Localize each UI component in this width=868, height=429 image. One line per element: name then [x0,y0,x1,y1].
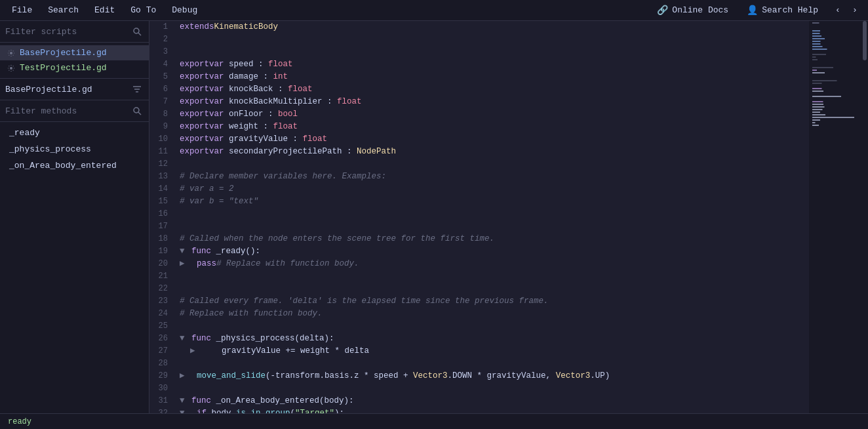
line-number-15: 15 [155,195,172,208]
code-editor[interactable]: 1234567891011121314151617181920212223242… [149,21,809,413]
code-content[interactable]: extends KinematicBody export var speed :… [177,21,809,413]
code-line-20[interactable]: ▶ pass # Replace with function body. [177,258,809,270]
code-line-29[interactable]: ▶ move_and_slide(-transform.basis.z * sp… [177,370,809,382]
minimap-bg [809,21,861,413]
filter-methods-input[interactable] [5,106,128,116]
line-number-5: 5 [155,71,172,83]
menu-edit[interactable]: Search [41,3,85,18]
code-line-9[interactable]: export var weight : float [177,121,809,133]
svg-rect-7 [812,30,820,31]
line-number-3: 3 [155,46,172,58]
line-number-12: 12 [155,158,172,171]
filter-scripts-input[interactable] [5,27,128,37]
svg-rect-13 [812,46,823,47]
svg-rect-25 [812,96,841,97]
left-sidebar: BaseProjectile.gd TestProjectile.gd Base… [0,21,149,413]
methods-sort-icon[interactable] [130,83,144,96]
code-line-16[interactable] [177,208,809,220]
svg-point-0 [134,28,139,33]
code-line-6[interactable]: export var knockBack : float [177,83,809,96]
menu-goto[interactable]: Go To [124,3,163,18]
code-line-31[interactable]: ▼func _on_Area_body_entered(body): [177,395,809,407]
svg-rect-28 [812,106,825,108]
svg-rect-27 [812,104,823,105]
code-line-8[interactable]: export var onFloor : bool [177,108,809,121]
filter-methods-search-icon[interactable] [130,104,144,117]
code-line-10[interactable]: export var gravityValue : float [177,133,809,146]
svg-line-1 [138,33,141,35]
code-line-30[interactable] [177,382,809,395]
code-line-21[interactable] [177,270,809,283]
line-number-28: 28 [155,358,172,370]
menu-debug[interactable]: Debug [165,3,204,18]
search-help-icon: 👤 [747,5,758,16]
code-line-22[interactable] [177,283,809,295]
code-line-1[interactable]: extends KinematicBody [177,21,809,33]
line-number-22: 22 [155,283,172,295]
svg-rect-20 [812,72,825,73]
line-number-29: 29 [155,370,172,382]
svg-rect-12 [812,43,821,45]
code-area: 1234567891011121314151617181920212223242… [149,21,809,413]
code-line-14[interactable]: # var a = 2 [177,183,809,195]
filter-scripts-search-icon[interactable] [130,25,144,38]
line-number-4: 4 [155,58,172,71]
code-line-15[interactable]: # var b = "text" [177,195,809,208]
svg-rect-17 [812,59,818,60]
code-line-3[interactable] [177,46,809,58]
code-line-23[interactable]: # Called every frame. 'delta' is the ela… [177,295,809,308]
scrollbar-thumb[interactable] [863,21,867,60]
vertical-scrollbar[interactable] [861,21,868,413]
menu-search[interactable]: Edit [88,3,121,18]
code-line-11[interactable]: export var secondaryProjectilePath : Nod… [177,146,809,158]
methods-title: BaseProjectile.gd [5,85,128,94]
search-help-button[interactable]: 👤 Search Help [740,2,825,18]
code-line-18[interactable]: # Called when the node enters the scene … [177,233,809,245]
line-number-24: 24 [155,308,172,320]
svg-rect-31 [812,114,825,115]
line-number-20: 20 [155,258,172,270]
script-tab-name-1: BaseProjectile.gd [20,48,107,58]
script-tab-base-projectile[interactable]: BaseProjectile.gd [0,45,149,60]
code-line-13[interactable]: # Declare member variables here. Example… [177,171,809,183]
code-line-17[interactable] [177,220,809,233]
svg-point-4 [134,108,139,113]
line-numbers: 1234567891011121314151617181920212223242… [149,21,177,413]
code-line-4[interactable]: export var speed : float [177,58,809,71]
line-number-23: 23 [155,295,172,308]
code-line-19[interactable]: ▼func _ready(): [177,245,809,258]
svg-rect-23 [812,88,822,89]
methods-header: BaseProjectile.gd [0,79,149,100]
line-number-14: 14 [155,183,172,195]
script-tab-test-projectile[interactable]: TestProjectile.gd [0,60,149,75]
line-number-10: 10 [155,133,172,146]
line-number-8: 8 [155,108,172,121]
svg-rect-33 [812,119,820,121]
code-line-27[interactable]: ▶ gravityValue += weight * delta [177,345,809,358]
nav-back-button[interactable]: ‹ [830,3,846,18]
svg-rect-10 [812,38,825,39]
method-item-on-area-body-entered[interactable]: _on_Area_body_entered [0,157,149,174]
main-content: BaseProjectile.gd TestProjectile.gd Base… [0,21,868,413]
method-item-physics-process[interactable]: _physics_process [0,141,149,157]
method-item-ready[interactable]: _ready [0,125,149,141]
svg-rect-11 [812,41,821,42]
code-line-7[interactable]: export var knockBackMultiplier : float [177,96,809,108]
code-line-28[interactable] [177,358,809,370]
code-line-26[interactable]: ▼func _physics_process(delta): [177,333,809,345]
code-line-5[interactable]: export var damage : int [177,71,809,83]
svg-rect-19 [812,70,817,71]
link-icon: 🔗 [657,5,668,16]
online-docs-button[interactable]: 🔗 Online Docs [650,2,735,18]
status-text: ready [8,417,31,426]
nav-forward-button[interactable]: › [847,3,863,18]
code-line-24[interactable]: # Replace with function body. [177,308,809,320]
svg-rect-35 [812,125,819,126]
code-line-12[interactable] [177,158,809,171]
code-line-25[interactable] [177,320,809,333]
menu-file[interactable]: File [5,3,39,18]
code-line-2[interactable] [177,33,809,46]
code-line-32[interactable]: ▼ if body.is_in_group("Target"): [177,407,809,413]
svg-rect-34 [812,122,816,123]
line-number-9: 9 [155,121,172,133]
